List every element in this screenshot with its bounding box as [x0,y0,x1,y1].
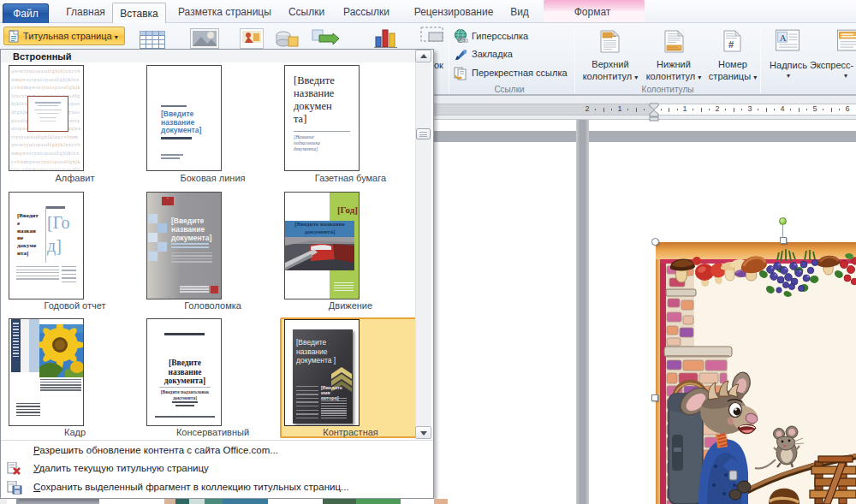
svg-text:#: # [728,39,734,50]
svg-text:A: A [780,33,787,43]
